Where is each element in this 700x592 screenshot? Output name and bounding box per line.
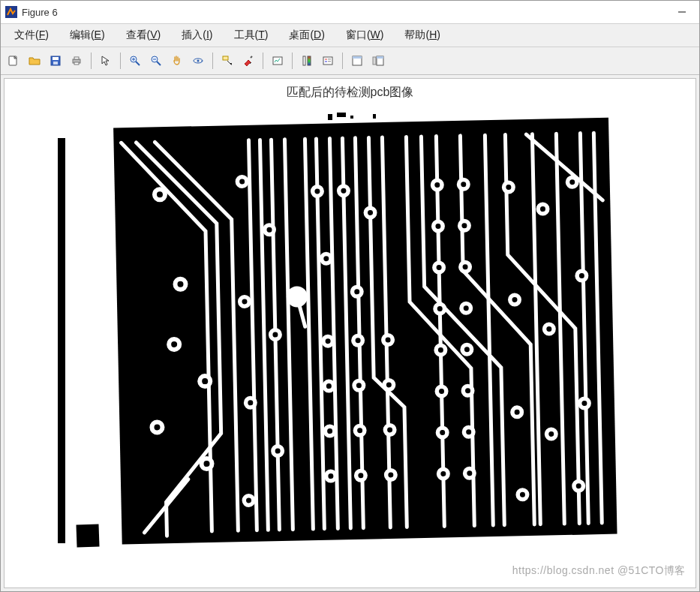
matlab-figure-icon: [5, 6, 17, 18]
svg-rect-18: [223, 56, 228, 60]
svg-rect-20: [273, 57, 282, 65]
zoom-in-button[interactable]: [125, 51, 145, 71]
menu-window[interactable]: 窗口(W): [335, 26, 395, 45]
save-figure-button[interactable]: [46, 51, 65, 71]
svg-rect-26: [328, 59, 331, 60]
toolbar-separator: [91, 53, 92, 69]
print-figure-button[interactable]: [67, 51, 86, 71]
menu-help[interactable]: 帮助(H): [394, 26, 450, 45]
menu-view[interactable]: 查看(V): [116, 26, 172, 45]
menubar: 文件(F) 编辑(E) 查看(V) 插入(I) 工具(T) 桌面(D) 窗口(W…: [1, 24, 699, 47]
svg-rect-32: [377, 56, 383, 59]
edit-plot-arrow-button[interactable]: [96, 51, 116, 71]
svg-rect-30: [373, 57, 376, 65]
svg-rect-7: [74, 57, 79, 59]
pcb-image[interactable]: [50, 108, 650, 566]
toolbar: [1, 47, 699, 75]
axes-title: 匹配后的待检测pcb图像: [287, 85, 414, 101]
svg-rect-37: [328, 114, 332, 120]
figure-canvas-area: 匹配后的待检测pcb图像: [1, 75, 699, 591]
titlebar: Figure 6: [1, 1, 699, 24]
pan-button[interactable]: [167, 51, 187, 71]
toolbar-separator: [212, 53, 213, 69]
hide-plot-tools-button[interactable]: [347, 51, 367, 71]
svg-rect-27: [328, 61, 331, 62]
menu-edit[interactable]: 编辑(E): [59, 26, 116, 45]
toolbar-separator: [292, 53, 293, 69]
svg-rect-4: [53, 57, 59, 60]
svg-rect-38: [337, 113, 346, 117]
figure-window: Figure 6 文件(F) 编辑(E) 查看(V) 插入(I) 工具(T) 桌…: [0, 0, 700, 592]
svg-point-17: [197, 60, 200, 62]
open-file-button[interactable]: [25, 51, 44, 71]
menu-insert[interactable]: 插入(I): [171, 26, 223, 45]
window-title: Figure 6: [22, 7, 58, 18]
svg-rect-21: [303, 56, 305, 65]
menu-file[interactable]: 文件(F): [4, 26, 59, 45]
show-plot-tools-button[interactable]: [368, 51, 388, 71]
menu-tools[interactable]: 工具(T): [224, 26, 279, 45]
minimize-button[interactable]: [665, 1, 699, 23]
svg-rect-22: [308, 56, 311, 65]
svg-line-10: [136, 62, 140, 65]
svg-rect-5: [53, 62, 58, 65]
brush-button[interactable]: [239, 51, 258, 71]
svg-line-14: [157, 62, 161, 65]
insert-colorbar-button[interactable]: [297, 51, 317, 71]
data-cursor-button[interactable]: [218, 51, 237, 71]
toolbar-separator: [120, 53, 121, 69]
toolbar-separator: [263, 53, 263, 69]
toolbar-separator: [342, 53, 343, 69]
insert-legend-button[interactable]: [318, 51, 338, 71]
svg-rect-39: [350, 116, 353, 119]
svg-rect-35: [58, 138, 65, 543]
svg-line-19: [251, 56, 252, 58]
rotate-3d-button[interactable]: [188, 51, 208, 71]
svg-rect-36: [76, 524, 99, 547]
window-controls: [665, 1, 699, 23]
menu-desktop[interactable]: 桌面(D): [278, 26, 335, 45]
link-plot-button[interactable]: [268, 51, 287, 71]
zoom-out-button[interactable]: [146, 51, 166, 71]
svg-rect-8: [74, 62, 79, 65]
new-figure-button[interactable]: [4, 51, 23, 71]
axes-container: 匹配后的待检测pcb图像: [4, 78, 696, 588]
svg-rect-29: [353, 56, 362, 59]
svg-rect-40: [373, 114, 376, 119]
